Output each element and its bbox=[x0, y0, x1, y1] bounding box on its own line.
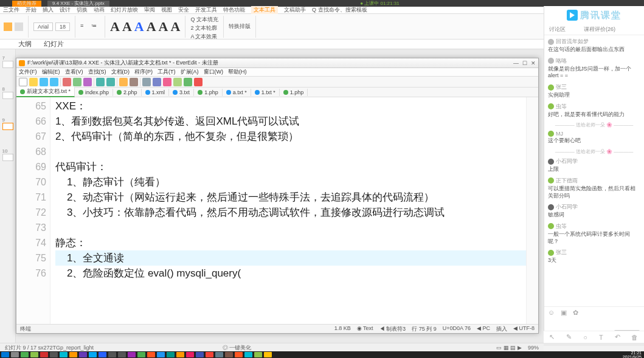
text-style-a[interactable]: A bbox=[122, 19, 132, 35]
taskbar-app-icon[interactable] bbox=[147, 352, 155, 357]
beautify-button[interactable]: ◎ 一键美化 bbox=[223, 344, 252, 352]
file-tab[interactable]: 3.txt bbox=[169, 89, 194, 96]
circle-icon[interactable]: ○ bbox=[583, 334, 587, 341]
paste-icon[interactable] bbox=[83, 78, 92, 86]
code-editor[interactable]: XXE：1、看到数据包莫名其妙传递、返回XML代码可以试试2、代码审计（简单的东… bbox=[50, 97, 526, 324]
trash-icon[interactable]: 🗑 bbox=[631, 334, 638, 341]
taskbar-app-icon[interactable] bbox=[11, 352, 19, 357]
menu-doc[interactable]: 文档(D) bbox=[111, 68, 130, 76]
everedit-titlebar[interactable]: F:\work\jw\讲课\13期\9.4 XXE - 实体注入\新建文本文档.… bbox=[16, 58, 538, 68]
slide-thumb[interactable] bbox=[2, 123, 13, 130]
taskbar-app-icon[interactable] bbox=[69, 352, 77, 357]
list-icon[interactable]: ≔ bbox=[91, 22, 100, 31]
menu-file[interactable]: 三文件 bbox=[3, 6, 19, 14]
pointer-icon[interactable]: ↖ bbox=[549, 333, 555, 341]
taskbar-app-icon[interactable] bbox=[244, 352, 252, 357]
tool-icon[interactable] bbox=[153, 78, 161, 86]
menu-ext[interactable]: 扩展(A) bbox=[181, 68, 199, 76]
tool-icon[interactable] bbox=[142, 78, 151, 86]
menu-item[interactable]: 开始 bbox=[26, 6, 36, 14]
tab-size[interactable]: ◀ 制表符3 bbox=[379, 325, 406, 333]
menu-item[interactable]: 切换 bbox=[77, 6, 88, 14]
wps-doc-tab[interactable]: 稻壳推荐 bbox=[12, 1, 41, 7]
zoom-level[interactable]: 99% bbox=[528, 345, 539, 351]
redo-icon[interactable] bbox=[106, 78, 115, 86]
replace-icon[interactable] bbox=[130, 78, 138, 86]
menu-search[interactable]: 查找(S) bbox=[88, 68, 106, 76]
menu-item[interactable]: 动画 bbox=[94, 6, 105, 14]
taskbar-app-icon[interactable] bbox=[128, 352, 136, 357]
menu-item[interactable]: 开发工具 bbox=[195, 6, 217, 14]
menu-item[interactable]: 特色功能 bbox=[223, 6, 245, 14]
menu-item[interactable]: 安全 bbox=[178, 6, 189, 14]
paste-icon[interactable] bbox=[4, 22, 12, 31]
tool-icon[interactable] bbox=[173, 78, 182, 86]
file-type[interactable]: ◉ Text bbox=[357, 325, 373, 333]
discussion-tab[interactable]: 讨论区 bbox=[549, 26, 566, 33]
ratings-tab[interactable]: 课程评价(26) bbox=[584, 26, 615, 33]
line-ending[interactable]: ◀ PC bbox=[477, 325, 490, 333]
terminal-label[interactable]: 终端 bbox=[20, 325, 31, 333]
run-icon[interactable] bbox=[184, 78, 192, 86]
undo-icon[interactable] bbox=[96, 78, 105, 86]
emoji-icon[interactable]: ☺ bbox=[548, 309, 555, 317]
text-style-a[interactable]: A bbox=[159, 19, 168, 35]
taskbar-app-icon[interactable] bbox=[89, 352, 97, 357]
slide-thumb[interactable] bbox=[2, 154, 13, 161]
close-icon[interactable]: ✕ bbox=[531, 60, 536, 66]
taskbar-app-icon[interactable] bbox=[50, 352, 58, 357]
maximize-icon[interactable]: ☐ bbox=[522, 60, 527, 66]
taskbar-app-icon[interactable] bbox=[254, 352, 262, 357]
menu-edit[interactable]: 编辑(E) bbox=[42, 68, 60, 76]
text-style-a[interactable]: A bbox=[170, 19, 180, 35]
font-name-select[interactable]: Arial bbox=[33, 22, 53, 31]
file-tab[interactable]: a.txt * bbox=[223, 89, 251, 96]
font-size-select[interactable]: 18 bbox=[55, 22, 70, 31]
taskbar-app-icon[interactable] bbox=[21, 352, 29, 357]
taskbar-app-icon[interactable] bbox=[137, 352, 145, 357]
wps-doc-tab[interactable]: 9.4 XXE - 实体注入.pptx bbox=[47, 1, 109, 7]
taskbar-app-icon[interactable] bbox=[196, 352, 204, 357]
file-tab[interactable]: 新建文本文档.txt * bbox=[16, 87, 75, 97]
taskbar-app-icon[interactable] bbox=[30, 352, 38, 357]
taskbar-app-icon[interactable] bbox=[167, 352, 175, 357]
find-icon[interactable] bbox=[119, 78, 128, 86]
menu-text-tools[interactable]: 文本工具 bbox=[251, 6, 278, 14]
flower-icon[interactable]: ✿ bbox=[573, 309, 578, 317]
file-tab[interactable]: 2.php bbox=[113, 89, 142, 96]
menu-item[interactable]: 审阅 bbox=[144, 6, 155, 14]
new-icon[interactable] bbox=[19, 78, 27, 86]
menu-window[interactable]: 窗口(W) bbox=[204, 68, 224, 76]
menu-tools[interactable]: 工具(T) bbox=[158, 68, 176, 76]
copy-icon[interactable] bbox=[15, 22, 23, 31]
taskbar-app-icon[interactable] bbox=[118, 352, 126, 357]
minimap[interactable] bbox=[526, 97, 538, 324]
save-all-icon[interactable] bbox=[50, 78, 58, 86]
menu-item[interactable]: 视图 bbox=[161, 6, 172, 14]
slide-thumb[interactable] bbox=[2, 61, 13, 68]
pen-icon[interactable]: ✎ bbox=[566, 333, 572, 341]
copy-icon[interactable] bbox=[73, 78, 81, 86]
outline-tab[interactable]: 大纲 bbox=[18, 40, 32, 49]
text-style-a[interactable]: A bbox=[134, 19, 144, 35]
slide-thumb[interactable] bbox=[2, 92, 13, 99]
text-outline[interactable]: 2 文本轮廓 bbox=[190, 24, 217, 32]
text-style-a[interactable]: A bbox=[110, 19, 120, 35]
taskbar-app-icon[interactable] bbox=[206, 352, 213, 357]
text-effect[interactable]: A 文本效果 bbox=[190, 33, 217, 41]
text-style-a[interactable]: A bbox=[147, 19, 156, 35]
tool-icon[interactable] bbox=[163, 78, 171, 86]
menu-item[interactable]: 插入 bbox=[43, 6, 54, 14]
text-fill[interactable]: Q 文本填充 bbox=[190, 16, 218, 24]
insert-mode[interactable]: 插入 bbox=[496, 325, 507, 333]
menu-item[interactable]: 幻灯片放映 bbox=[111, 6, 138, 14]
taskbar-app-icon[interactable] bbox=[157, 352, 165, 357]
menu-view[interactable]: 查看(V) bbox=[65, 68, 83, 76]
menu-file[interactable]: 文件(F) bbox=[19, 68, 37, 76]
menu-item[interactable]: 设计 bbox=[60, 6, 71, 14]
taskbar-app-icon[interactable] bbox=[225, 352, 233, 357]
system-clock[interactable]: 21:212021/9/25 bbox=[623, 351, 643, 359]
taskbar-app-icon[interactable] bbox=[108, 352, 116, 357]
taskbar-app-icon[interactable] bbox=[235, 352, 243, 357]
menu-help[interactable]: 帮助(H) bbox=[228, 68, 247, 76]
